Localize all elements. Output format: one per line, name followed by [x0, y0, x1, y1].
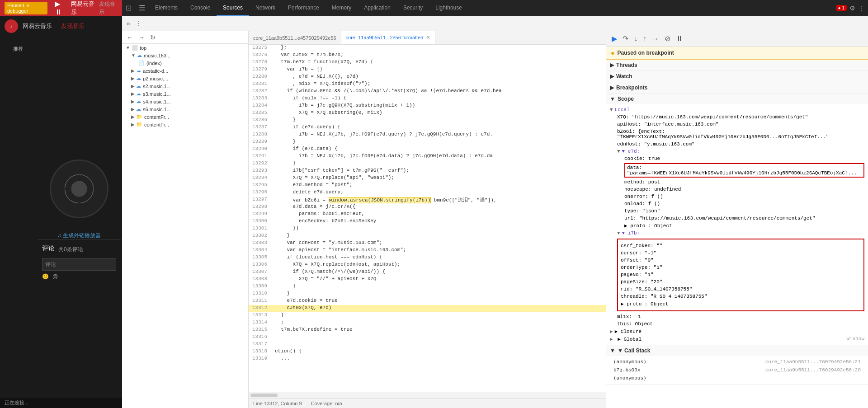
step-btn[interactable]: →: [650, 34, 661, 44]
scope-header[interactable]: ▼ Scope: [606, 94, 868, 104]
scope-global[interactable]: ▶ ▶ Global Window: [610, 335, 864, 343]
tab-memory[interactable]: Memory: [326, 0, 358, 16]
line-number[interactable]: 13281: [249, 81, 271, 86]
inspect-icon[interactable]: ⊡: [122, 4, 135, 12]
line-number[interactable]: 13297: [249, 197, 271, 202]
tab-lighthouse[interactable]: Lighthouse: [429, 0, 468, 16]
scope-local-header[interactable]: ▼ Local: [610, 106, 864, 113]
line-number[interactable]: 13316: [249, 334, 271, 339]
emoji-at[interactable]: @: [52, 273, 58, 280]
line-number[interactable]: 13317: [249, 341, 271, 347]
tab-security[interactable]: Security: [397, 0, 429, 16]
editor-tab-0[interactable]: core_11aa9b5511...e4576029492e56: [249, 31, 341, 45]
line-number[interactable]: 13279: [249, 66, 271, 72]
callstack-header[interactable]: ▼ ▼ Call Stack: [606, 345, 868, 356]
tab-console[interactable]: Console: [184, 0, 217, 16]
line-number[interactable]: 13289: [249, 139, 271, 144]
file-forward-btn[interactable]: →: [137, 33, 146, 42]
file-refresh-btn[interactable]: ↻: [148, 33, 157, 42]
step-into-btn[interactable]: ↓: [632, 34, 639, 44]
resume-btn[interactable]: ▶: [610, 33, 619, 44]
line-number[interactable]: 13313: [249, 312, 271, 318]
generate-link[interactable]: ♫ 生成外链播放器: [57, 232, 101, 239]
step-over-btn[interactable]: ↷: [621, 33, 630, 44]
line-number[interactable]: 13311: [249, 298, 271, 303]
line-number[interactable]: 13307: [249, 269, 271, 274]
callstack-item-2[interactable]: (anonymous): [610, 374, 864, 382]
line-number[interactable]: 13310: [249, 291, 271, 296]
emoji-smile[interactable]: 🙂: [42, 273, 49, 280]
tree-item-contentfr1[interactable]: ▶ 📁 contentFr...: [122, 113, 248, 121]
deactivate-btn[interactable]: ⊘: [663, 33, 672, 44]
line-number[interactable]: 13319: [249, 356, 271, 361]
discover-link[interactable]: 发现音乐: [99, 0, 118, 16]
chevron-btn[interactable]: »: [125, 19, 132, 28]
line-number[interactable]: 13306: [249, 262, 271, 267]
line-number[interactable]: 13300: [249, 218, 271, 224]
scrollbar-thumb[interactable]: [250, 394, 278, 397]
tree-item-s4[interactable]: ▶ ☁ s4.music.1...: [122, 98, 248, 105]
line-number[interactable]: 13298: [249, 204, 271, 209]
tab-sources[interactable]: Sources: [217, 0, 249, 16]
scope-closure[interactable]: ▶ ▶ Closure: [610, 328, 864, 335]
line-number[interactable]: 13309: [249, 283, 271, 289]
line-number[interactable]: 13304: [249, 247, 271, 253]
tab-network[interactable]: Network: [249, 0, 282, 16]
tab-application[interactable]: Application: [358, 0, 397, 16]
code-content[interactable]: 13275 };13276 var cJt0x = t7m.be7X;13278…: [249, 45, 606, 392]
line-number[interactable]: 13314: [249, 319, 271, 325]
line-number[interactable]: 13295: [249, 182, 271, 188]
tab-elements[interactable]: Elements: [149, 0, 184, 16]
step-out-btn[interactable]: ↑: [641, 34, 648, 44]
tree-item-top[interactable]: ▼ ⬜ top: [122, 44, 248, 52]
recommend-btn[interactable]: 推荐: [13, 46, 23, 52]
tree-item-s2[interactable]: ▶ ☁ s2.music.1...: [122, 82, 248, 90]
line-number[interactable]: 13275: [249, 45, 271, 50]
line-number[interactable]: 13285: [249, 110, 271, 115]
scope-e7d-header[interactable]: ▼ ▼ e7d:: [617, 148, 864, 155]
scope-i7b-header[interactable]: ▼ ▼ i7b:: [617, 230, 864, 237]
line-number[interactable]: 13292: [249, 160, 271, 166]
line-number[interactable]: 13282: [249, 88, 271, 94]
tab-performance[interactable]: Performance: [282, 0, 326, 16]
bottom-scrollbar[interactable]: [249, 392, 606, 398]
callstack-item-1[interactable]: b7g.bsO0x core_11aa9b5511...76029492e56:…: [610, 366, 864, 374]
line-number[interactable]: 13293: [249, 168, 271, 173]
tree-item-index[interactable]: 📄 (index): [122, 59, 248, 67]
line-number[interactable]: 13312: [249, 305, 271, 310]
more-icon[interactable]: ⋮: [858, 5, 864, 12]
tree-item-s6[interactable]: ▶ ☁ s6.music.1...: [122, 105, 248, 113]
line-number[interactable]: 13286: [249, 117, 271, 122]
line-number[interactable]: 13280: [249, 74, 271, 79]
e7d-proto[interactable]: ▶ proto : Object: [624, 222, 864, 230]
file-back-btn[interactable]: ←: [125, 33, 135, 42]
tree-item-music163[interactable]: ▼ ☁ music.163...: [122, 52, 248, 59]
line-number[interactable]: 13296: [249, 189, 271, 195]
line-number[interactable]: 13283: [249, 95, 271, 101]
settings-icon[interactable]: ⚙: [849, 5, 855, 12]
line-number[interactable]: 13303: [249, 240, 271, 245]
line-number[interactable]: 13318: [249, 348, 271, 354]
line-number[interactable]: 13294: [249, 175, 271, 180]
i7b-proto[interactable]: ▶ proto : Object: [621, 300, 861, 308]
line-number[interactable]: 13276: [249, 52, 271, 57]
tree-item-s3[interactable]: ▶ ☁ s3.music.1...: [122, 90, 248, 98]
pause-exceptions-btn[interactable]: ⏸: [674, 34, 685, 44]
watch-header[interactable]: ▶ Watch: [606, 71, 868, 82]
close-tab-btn[interactable]: ✕: [426, 34, 430, 41]
comment-input[interactable]: [42, 258, 116, 271]
line-number[interactable]: 13301: [249, 225, 271, 231]
breakpoints-header[interactable]: ▶ Breakpoints: [606, 82, 868, 93]
tree-item-p2[interactable]: ▶ ☁ p2.music....: [122, 75, 248, 82]
line-number[interactable]: 13288: [249, 131, 271, 137]
editor-tab-1[interactable]: core_11aa9b5511...2e56:formatted ✕: [341, 31, 436, 45]
mobile-icon[interactable]: ☰: [135, 4, 149, 12]
line-number[interactable]: 13290: [249, 146, 271, 151]
line-number[interactable]: 13291: [249, 153, 271, 159]
line-number[interactable]: 13315: [249, 327, 271, 332]
tree-item-acstatic[interactable]: ▶ ☁ acstatic-d...: [122, 67, 248, 75]
line-number[interactable]: 13305: [249, 254, 271, 260]
line-number[interactable]: 13284: [249, 103, 271, 108]
tree-item-contentfr2[interactable]: ▶ 📁 contentFr...: [122, 121, 248, 128]
more-sources-btn[interactable]: ⋮: [134, 19, 144, 28]
